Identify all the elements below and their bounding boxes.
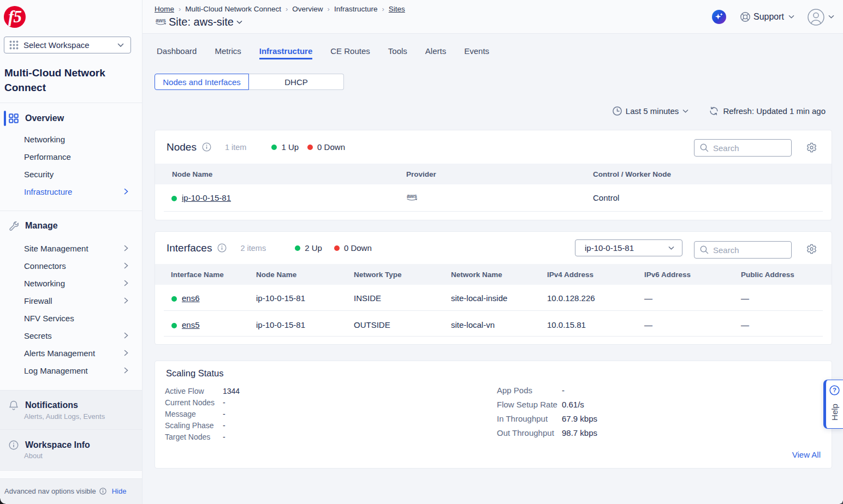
svg-text:?: ? xyxy=(833,387,836,393)
svg-text:aws: aws xyxy=(156,17,166,23)
svg-text:aws: aws xyxy=(407,193,417,199)
